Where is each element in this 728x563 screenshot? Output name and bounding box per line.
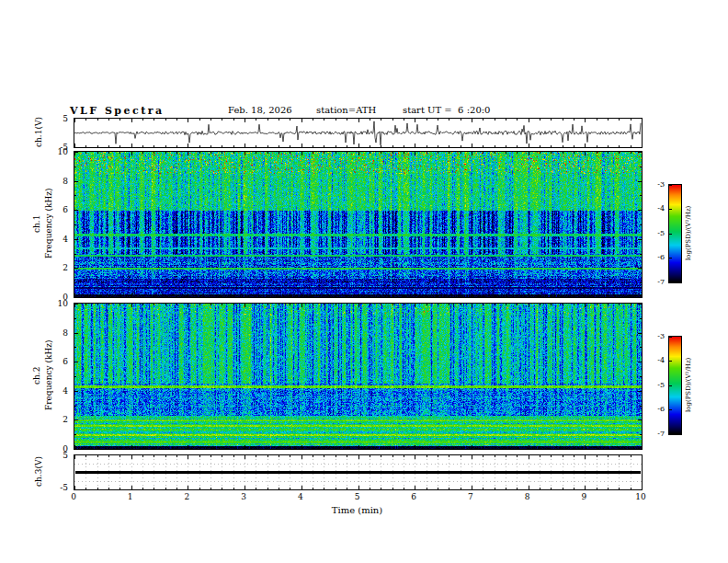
y-tick: -5	[53, 484, 68, 492]
ch2-spectrogram-canvas	[74, 304, 642, 449]
colorbar-1-canvas	[669, 185, 681, 282]
ch2-spec-channel-label: ch.2	[31, 303, 42, 448]
x-tick: 7	[468, 493, 473, 501]
y-tick: 8	[53, 178, 68, 186]
ch2-spec-frequency-axis-label: Frequency (kHz)	[43, 303, 54, 448]
y-tick: 6	[53, 358, 68, 366]
y-tick: 5	[53, 452, 68, 460]
x-tick: 3	[241, 493, 246, 501]
x-tick: 1	[128, 493, 133, 501]
plot-title: VLF Spectra	[70, 105, 165, 117]
y-tick: 2	[53, 416, 68, 424]
plot-date: Feb. 18, 2026	[228, 105, 292, 115]
y-tick: 5	[53, 115, 68, 123]
y-tick: 4	[53, 236, 68, 244]
x-tick: 0	[71, 493, 76, 501]
colorbar-1	[668, 184, 682, 283]
ch1-waveform-canvas	[74, 119, 642, 147]
colorbar-tick: -3	[646, 181, 665, 189]
ch1-spec-channel-label: ch.1	[31, 151, 42, 296]
colorbar-2-canvas	[669, 337, 681, 434]
x-tick: 5	[355, 493, 360, 501]
plot-start-ut: start UT = 6 :20:0	[403, 105, 490, 115]
colorbar-tick: -5	[646, 230, 665, 237]
y-tick: 10	[53, 300, 68, 308]
ch1-spectrogram-panel	[74, 151, 643, 298]
time-axis-label: Time (min)	[74, 505, 641, 515]
ch1-spectrogram-canvas	[74, 152, 642, 297]
ch2-spectrogram-panel	[74, 303, 643, 450]
ch3-waveform-ylabel: ch.3(V)	[33, 454, 44, 488]
y-tick: 8	[53, 329, 68, 338]
ch3-waveform-panel	[74, 454, 643, 490]
colorbar-tick: -7	[646, 431, 665, 438]
x-tick: 8	[525, 493, 530, 501]
x-tick: 2	[185, 493, 190, 501]
ch1-spec-frequency-axis-label: Frequency (kHz)	[43, 151, 54, 296]
y-tick: 6	[53, 206, 68, 214]
colorbar-2-label: log(PSD)/(V²/Hz)	[684, 336, 694, 433]
colorbar-tick: -6	[646, 254, 665, 261]
x-tick: 4	[298, 493, 303, 501]
colorbar-tick: -3	[646, 333, 665, 340]
colorbar-tick: -6	[646, 406, 665, 413]
ch3-waveform-canvas	[74, 455, 642, 489]
ch1-waveform-panel	[74, 118, 643, 148]
plot-station: station=ATH	[316, 105, 376, 115]
y-tick: 10	[53, 148, 68, 156]
colorbar-1-label: log(PSD)/(V²/Hz)	[684, 184, 694, 282]
colorbar-tick: -4	[646, 205, 665, 213]
x-tick: 6	[411, 493, 416, 501]
colorbar-tick: -7	[646, 279, 665, 286]
colorbar-tick: -5	[646, 382, 665, 389]
colorbar-tick: -4	[646, 357, 665, 364]
colorbar-2	[668, 336, 682, 435]
x-tick: 10	[635, 493, 645, 501]
x-tick: 9	[581, 493, 586, 501]
vlf-spectra-figure: VLF Spectra Feb. 18, 2026 station=ATH st…	[0, 0, 728, 563]
y-tick: 2	[53, 264, 68, 272]
y-tick: 4	[53, 387, 68, 396]
ch1-waveform-ylabel: ch.1(V)	[33, 118, 44, 146]
